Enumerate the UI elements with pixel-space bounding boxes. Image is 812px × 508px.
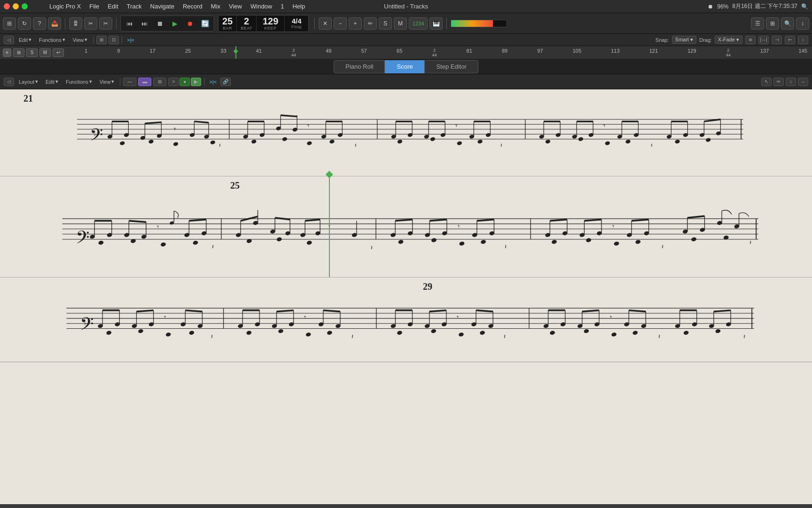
- menu-navigate[interactable]: Navigate: [147, 2, 178, 11]
- pencil-btn[interactable]: ✏: [364, 17, 377, 30]
- pointer-tool[interactable]: ↖: [761, 78, 772, 86]
- record-indicator: ⏺: [708, 3, 713, 10]
- record-button[interactable]: ⏺: [183, 17, 197, 30]
- solo-btn[interactable]: S: [379, 17, 392, 30]
- svg-point-247: [189, 330, 195, 335]
- menu-logicprox[interactable]: Logic Pro X: [46, 2, 85, 11]
- lcd-beat-label: BEAT: [241, 26, 252, 31]
- lcd-time-sig[interactable]: 4/4 Fmaj: [285, 16, 308, 32]
- plugin-btn[interactable]: ↕: [796, 17, 809, 30]
- score-zoom-out[interactable]: ↔: [798, 78, 808, 86]
- cursor-tool-btn[interactable]: ↕: [798, 36, 808, 44]
- browser-btn[interactable]: ⊞: [3, 17, 16, 30]
- cycle-btn[interactable]: ↻: [18, 17, 31, 30]
- layout-menu[interactable]: Layout ▾: [16, 78, 41, 85]
- trim-btn[interactable]: |↔|: [758, 36, 769, 44]
- score-play-green[interactable]: ●: [180, 78, 190, 86]
- ruler-mark-105: 105: [573, 48, 581, 57]
- apple-menu[interactable]: [33, 6, 41, 8]
- pencil-tool[interactable]: ✏: [773, 78, 784, 86]
- align-right-btn[interactable]: ⊢: [785, 36, 795, 44]
- menu-track[interactable]: Track: [123, 2, 146, 11]
- mute2-btn[interactable]: M: [394, 17, 407, 30]
- close-button[interactable]: [4, 3, 10, 9]
- view-menu[interactable]: View ▾: [70, 36, 91, 43]
- svg-point-245: [138, 329, 144, 334]
- loop-btn[interactable]: ↩: [53, 48, 64, 57]
- score-play-sel[interactable]: >: [168, 78, 179, 86]
- num-display[interactable]: 1234: [409, 17, 428, 30]
- menu-file[interactable]: File: [86, 2, 103, 11]
- pointer-btn[interactable]: ✂: [99, 17, 112, 30]
- metronome-btn[interactable]: 🎛: [69, 17, 82, 30]
- back-btn[interactable]: ◁: [4, 36, 14, 44]
- mute-btn[interactable]: ✕: [319, 17, 332, 30]
- score-grid-btn[interactable]: ⊞: [153, 78, 166, 86]
- fast-forward-button[interactable]: ⏭: [138, 17, 152, 30]
- step-editor-tab[interactable]: Step Editor: [424, 60, 478, 73]
- score-cursor-mode[interactable]: >|<: [207, 79, 219, 85]
- menu-1[interactable]: 1: [277, 2, 288, 11]
- drag-value[interactable]: X-Fade ▾: [715, 36, 742, 44]
- menu-bar: Logic Pro X File Edit Track Navigate Rec…: [33, 2, 708, 11]
- svg-text:𝄽: 𝄽: [743, 334, 745, 339]
- score-edit-chevron: ▾: [55, 79, 58, 85]
- functions-menu[interactable]: Functions ▾: [36, 36, 68, 43]
- svg-point-90: [545, 139, 551, 144]
- score-tab[interactable]: Score: [385, 60, 424, 73]
- lcd-key-value: Fmaj: [291, 24, 302, 29]
- volume-plus[interactable]: +: [349, 17, 362, 30]
- menu-view[interactable]: View: [225, 2, 246, 11]
- minimize-button[interactable]: [13, 3, 19, 9]
- edit-menu[interactable]: Edit ▾: [16, 36, 34, 43]
- rewind-button[interactable]: ⏮: [123, 17, 137, 30]
- cycle-button[interactable]: 🔄: [198, 17, 212, 30]
- search-btn[interactable]: 🔍: [781, 17, 794, 30]
- menu-help[interactable]: Help: [289, 2, 309, 11]
- list-view-btn[interactable]: ☰: [751, 17, 764, 30]
- score-view-menu[interactable]: View ▾: [97, 78, 117, 85]
- volume-minus[interactable]: −: [334, 17, 347, 30]
- edit-tools-btn[interactable]: ✂: [84, 17, 97, 30]
- info-btn[interactable]: ?: [33, 17, 46, 30]
- svg-text:𝄽: 𝄽: [212, 245, 214, 249]
- scroll-bar[interactable]: [0, 504, 812, 508]
- menu-edit[interactable]: Edit: [104, 2, 122, 11]
- solo-track-btn[interactable]: S: [26, 48, 38, 57]
- track-list-btn[interactable]: ⊞: [13, 48, 24, 57]
- score-purple-btn[interactable]: ▬: [138, 78, 151, 86]
- maximize-button[interactable]: [22, 3, 28, 9]
- menu-record[interactable]: Record: [179, 2, 206, 11]
- score-edit-menu[interactable]: Edit ▾: [43, 78, 61, 85]
- svg-line-243: [185, 310, 202, 312]
- search-icon[interactable]: 🔍: [801, 3, 808, 10]
- score-functions-menu[interactable]: Functions ▾: [63, 78, 95, 85]
- snap-btn[interactable]: ⊡: [109, 36, 119, 44]
- score-lines-btn[interactable]: —: [123, 78, 136, 86]
- lcd-tempo[interactable]: 129 KEEP: [257, 16, 285, 32]
- svg-point-29: [173, 142, 179, 146]
- save-btn[interactable]: 📥: [48, 17, 61, 30]
- svg-point-286: [397, 330, 403, 335]
- score-zoom-in[interactable]: ↕: [786, 78, 796, 86]
- menu-mix[interactable]: Mix: [207, 2, 224, 11]
- menu-window[interactable]: Window: [247, 2, 276, 11]
- snap-value[interactable]: Smart ▾: [672, 36, 696, 44]
- play-button[interactable]: ▶: [168, 17, 182, 30]
- score-back-btn[interactable]: ◁: [4, 78, 14, 86]
- add-track-btn[interactable]: +: [3, 48, 11, 57]
- piano-roll-tab[interactable]: Piano Roll: [334, 60, 385, 73]
- svg-point-310: [632, 330, 638, 335]
- mute-track-btn[interactable]: M: [39, 48, 51, 57]
- stop-button[interactable]: ⏹: [153, 17, 167, 30]
- svg-point-287: [430, 329, 437, 334]
- score-play-midi[interactable]: ▶: [191, 78, 201, 86]
- mixer-btn[interactable]: ⊞: [766, 17, 779, 30]
- cursor-mode[interactable]: >|<: [125, 37, 136, 43]
- score-area[interactable]: 21 𝄢 ♭: [0, 89, 812, 504]
- key-btn[interactable]: 🎹: [429, 17, 443, 30]
- align-btn[interactable]: ⊣: [772, 36, 782, 44]
- score-link-btn[interactable]: 🔗: [220, 78, 231, 86]
- waveform-btn[interactable]: ≋: [745, 36, 756, 44]
- grid-btn[interactable]: ⊞: [96, 36, 107, 44]
